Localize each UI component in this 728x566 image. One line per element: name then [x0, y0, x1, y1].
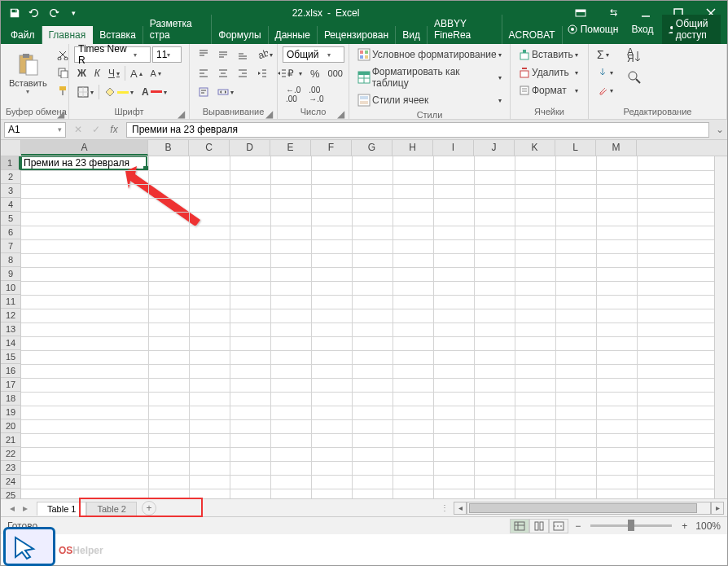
tab-insert[interactable]: Вставка — [93, 26, 143, 44]
paste-button[interactable]: Вставить ▾ — [6, 46, 50, 100]
row-header[interactable]: 13 — [1, 322, 20, 336]
tab-acrobat[interactable]: ACROBAT — [502, 26, 563, 44]
tab-data[interactable]: Данные — [269, 26, 318, 44]
italic-button[interactable]: К — [91, 65, 103, 81]
column-header[interactable]: C — [189, 140, 230, 156]
zoom-in-icon[interactable]: + — [682, 520, 687, 532]
sheet-nav-next-icon[interactable]: ▸ — [19, 502, 32, 514]
row-header[interactable]: 1 — [1, 156, 20, 170]
merge-center-icon[interactable]: ▾ — [214, 84, 237, 100]
row-header[interactable]: 7 — [1, 239, 20, 253]
row-header[interactable]: 25 — [1, 489, 20, 498]
bold-button[interactable]: Ж — [74, 65, 90, 81]
number-launcher-icon[interactable]: ◢ — [337, 108, 347, 118]
column-header[interactable]: D — [230, 140, 270, 156]
tab-formulas[interactable]: Формулы — [212, 26, 268, 44]
row-header[interactable]: 16 — [1, 364, 20, 378]
row-header[interactable]: 11 — [1, 295, 20, 309]
row-header[interactable]: 15 — [1, 350, 20, 364]
align-right-icon[interactable] — [234, 65, 252, 81]
insert-cells-button[interactable]: Вставить▾ — [515, 46, 581, 63]
align-left-icon[interactable] — [195, 65, 213, 81]
autosum-button[interactable]: Σ▾ — [594, 46, 616, 63]
sort-filter-button[interactable]: АЯ — [623, 46, 646, 66]
enter-formula-icon[interactable]: ✓ — [87, 124, 105, 135]
view-page-layout-icon[interactable] — [529, 519, 549, 533]
font-color-button[interactable]: А▾ — [138, 84, 170, 100]
select-all-triangle[interactable] — [1, 140, 21, 156]
view-page-break-icon[interactable] — [549, 519, 568, 533]
zoom-out-icon[interactable]: − — [575, 520, 581, 532]
redo-icon[interactable] — [45, 4, 63, 22]
conditional-formatting-button[interactable]: Условное форматирование▾ — [354, 46, 505, 63]
row-header[interactable]: 3 — [1, 184, 20, 198]
column-header[interactable]: M — [596, 140, 637, 156]
percent-icon[interactable]: % — [307, 65, 323, 81]
add-sheet-icon[interactable]: + — [142, 501, 156, 516]
row-header[interactable]: 20 — [1, 419, 20, 433]
namebox-dropdown-icon[interactable]: ▾ — [58, 125, 62, 134]
row-header[interactable]: 8 — [1, 253, 20, 267]
column-header[interactable]: K — [515, 140, 555, 156]
comma-icon[interactable]: 000 — [325, 65, 346, 81]
name-box[interactable]: A1▾ — [4, 122, 66, 138]
fill-button[interactable]: ▾ — [594, 64, 616, 81]
number-format-dropdown[interactable]: Общий▾ — [283, 46, 344, 63]
underline-button[interactable]: Ч▾ — [105, 65, 123, 81]
tell-me[interactable]: Помощн — [563, 20, 624, 38]
row-header[interactable]: 19 — [1, 406, 20, 419]
row-header[interactable]: 23 — [1, 461, 20, 475]
row-header[interactable]: 22 — [1, 447, 20, 461]
row-header[interactable]: 12 — [1, 309, 20, 322]
sheet-tab-2[interactable]: Table 2 — [86, 502, 136, 516]
formula-bar-input[interactable]: Премии на 23 февраля — [126, 122, 709, 138]
column-header[interactable]: J — [474, 140, 515, 156]
row-header[interactable]: 24 — [1, 475, 20, 489]
cell-styles-button[interactable]: Стили ячеек▾ — [354, 92, 505, 108]
find-select-button[interactable] — [623, 68, 646, 87]
align-center-icon[interactable] — [214, 65, 232, 81]
horizontal-scrollbar[interactable] — [467, 502, 711, 515]
column-header[interactable]: F — [311, 140, 352, 156]
font-launcher-icon[interactable]: ◢ — [178, 108, 187, 118]
row-header[interactable]: 10 — [1, 281, 20, 295]
clear-button[interactable]: ▾ — [594, 82, 616, 99]
sheet-tab-1[interactable]: Table 1 — [37, 502, 86, 516]
alignment-launcher-icon[interactable]: ◢ — [265, 108, 275, 118]
hscroll-left-icon[interactable]: ◂ — [454, 502, 467, 515]
decrease-font-icon[interactable]: A▾ — [147, 65, 164, 81]
save-icon[interactable] — [6, 4, 24, 22]
align-middle-icon[interactable] — [214, 46, 232, 63]
tab-layout[interactable]: Разметка стра — [143, 15, 212, 44]
row-header[interactable]: 14 — [1, 336, 20, 350]
column-header[interactable]: B — [148, 140, 189, 156]
format-as-table-button[interactable]: Форматировать как таблицу▾ — [354, 64, 505, 90]
clipboard-launcher-icon[interactable]: ◢ — [57, 108, 67, 118]
column-header[interactable]: A — [21, 140, 148, 156]
column-header[interactable]: I — [433, 140, 474, 156]
column-header[interactable]: L — [555, 140, 596, 156]
increase-font-icon[interactable]: A▴ — [127, 65, 146, 81]
align-bottom-icon[interactable] — [234, 46, 252, 63]
row-header[interactable]: 9 — [1, 267, 20, 281]
row-header[interactable]: 4 — [1, 198, 20, 212]
cancel-formula-icon[interactable]: ✕ — [69, 124, 87, 135]
decrease-indent-icon[interactable] — [253, 65, 271, 81]
fx-icon[interactable]: fx — [105, 124, 123, 135]
hscroll-right-icon[interactable]: ▸ — [711, 502, 724, 515]
format-cells-button[interactable]: Формат▾ — [515, 82, 581, 99]
increase-decimal-icon[interactable]: ←.0.00 — [283, 84, 304, 105]
vertical-scrollbar[interactable] — [714, 156, 727, 498]
column-header[interactable]: G — [352, 140, 393, 156]
borders-button[interactable]: ▾ — [74, 84, 97, 100]
tab-view[interactable]: Вид — [396, 26, 428, 44]
qat-customize-icon[interactable]: ▾ — [64, 4, 82, 22]
share-button[interactable]: Общий доступ — [662, 15, 721, 44]
zoom-level[interactable]: 100% — [695, 520, 721, 532]
formula-bar-expand-icon[interactable]: ⌄ — [713, 124, 727, 135]
row-header[interactable]: 2 — [1, 170, 20, 184]
column-header[interactable]: H — [393, 140, 433, 156]
fill-color-button[interactable]: ▾ — [101, 84, 137, 100]
tab-review[interactable]: Рецензирован — [318, 26, 396, 44]
active-cell[interactable]: Премии на 23 февраля — [20, 156, 147, 170]
